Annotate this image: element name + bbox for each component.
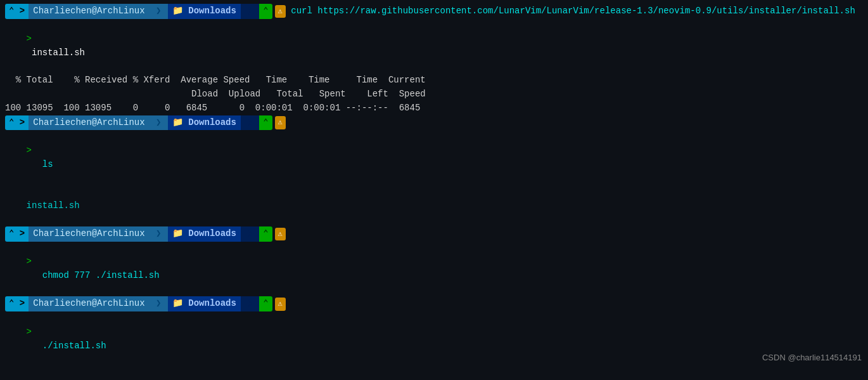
prompt-arrow-icon3: ⌃ > [5, 226, 29, 242]
prompt-sep2-4: ❯ [241, 296, 259, 311]
prompt-user2: Charliechen@ArchLinux [29, 115, 149, 131]
curl-data: 100 13095 100 13095 0 0 6845 0 0:00:01 0… [5, 102, 863, 115]
prompt-user4: Charliechen@ArchLinux [29, 296, 149, 311]
curl-header1: % Total % Received % Xferd Average Speed… [5, 74, 863, 88]
prompt-sep1-4: ❯ [150, 296, 168, 311]
ls-output: install.sh [5, 185, 863, 226]
redirect-arrow: > [27, 34, 32, 44]
prompt-arrow-icon2: ⌃ > [5, 115, 29, 131]
curl-header2: Dload Upload Total Spent Left Speed [5, 88, 863, 102]
prompt-sep1: ❯ [150, 4, 168, 19]
ascii-art-block: 88\ 88\ 88 | \__| 88 |88\ 88\ 888888$\ 8… [5, 367, 863, 380]
ls-command: > ls [5, 130, 863, 185]
ls-command-line: ⌃ > Charliechen@ArchLinux ❯ 📁 Downloads … [5, 115, 863, 131]
prompt-warn-icon: ⚠ [275, 5, 286, 18]
watermark: CSDN @charlie114514191 [762, 353, 862, 362]
prompt-warn-icon2: ⚠ [275, 116, 286, 129]
prompt-folder4: 📁 Downloads [168, 296, 241, 311]
prompt-git-icon: ⌃ [259, 4, 272, 19]
prompt-sep1-3: ❯ [150, 226, 168, 242]
run-prompt-line: ⌃ > Charliechen@ArchLinux ❯ 📁 Downloads … [5, 296, 863, 311]
prompt-arrow-icon4: ⌃ > [5, 296, 29, 311]
prompt-warn-icon3: ⚠ [275, 228, 286, 241]
terminal: ⌃ > Charliechen@ArchLinux ❯ 📁 Downloads … [0, 0, 868, 380]
curl-command-line: ⌃ > Charliechen@ArchLinux ❯ 📁 Downloads … [5, 4, 863, 19]
prompt-user3: Charliechen@ArchLinux [29, 226, 149, 242]
prompt-sep2: ❯ [241, 4, 259, 19]
install-redirect-line: > install.sh [5, 19, 863, 74]
prompt-folder: 📁 Downloads [168, 4, 241, 19]
prompt-git-icon4: ⌃ [259, 296, 272, 311]
prompt-arrow-icon: ⌃ > [5, 4, 29, 19]
prompt-git-icon2: ⌃ [259, 115, 272, 131]
redirect-text: install.sh [27, 48, 85, 58]
run-command: > ./install.sh [5, 311, 863, 367]
chmod-command: > chmod 777 ./install.sh [5, 242, 863, 297]
curl-command: curl https://raw.githubusercontent.com/L… [286, 4, 855, 18]
prompt-sep2-2: ❯ [241, 115, 259, 131]
prompt-sep2-3: ❯ [241, 226, 259, 242]
prompt-user: Charliechen@ArchLinux [29, 4, 149, 19]
prompt-folder2: 📁 Downloads [168, 115, 241, 131]
prompt-git-icon3: ⌃ [259, 226, 272, 242]
prompt-folder3: 📁 Downloads [168, 226, 241, 242]
prompt-sep1-2: ❯ [150, 115, 168, 131]
chmod-prompt-line: ⌃ > Charliechen@ArchLinux ❯ 📁 Downloads … [5, 226, 863, 242]
prompt-warn-icon4: ⚠ [275, 298, 286, 311]
